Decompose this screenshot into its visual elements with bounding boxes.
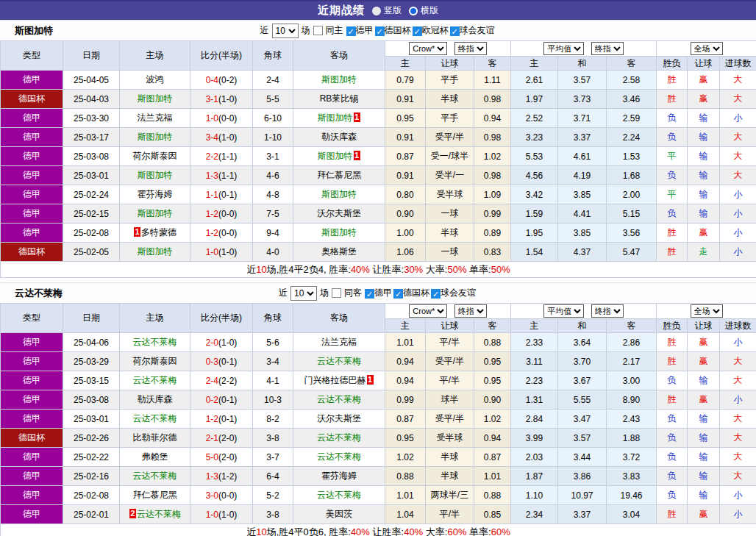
league-checkbox[interactable]: ✓: [365, 289, 374, 299]
recent-count-select[interactable]: 10: [290, 286, 317, 301]
result-handicap: 走: [688, 243, 720, 262]
match-row: 德甲25-02-24霍芬海姆1-1(0-1)4-8斯图加特0.80受半球1.09…: [1, 185, 756, 204]
league-checkbox[interactable]: ✓: [346, 26, 356, 36]
euro-draw-odds: 3.73: [558, 90, 607, 109]
euro-away-odds: 3.04: [607, 505, 657, 524]
team-label: 美因茨: [326, 509, 352, 519]
summary-stat-value: 40%: [351, 526, 370, 536]
result-goals: 小: [720, 390, 756, 410]
euro-company-select[interactable]: 平均值: [543, 42, 584, 55]
team-label: 法兰克福: [321, 337, 357, 347]
euro-draw-odds: 3.57: [558, 429, 607, 448]
matches-body: 德甲25-04-05波鸿0-4(0-2)2-4斯图加特0.79平手1.112.6…: [1, 71, 756, 262]
result-wdl: 负: [657, 166, 688, 185]
league-checkbox[interactable]: ✓: [375, 26, 385, 36]
score-cell: 1-2(0-0): [190, 224, 253, 243]
euro-draw-odds: 4.19: [558, 166, 607, 185]
scope-select[interactable]: 全场: [691, 304, 723, 318]
away-team-cell: 云达不莱梅: [293, 390, 385, 410]
league-cell: 德甲: [1, 467, 63, 486]
euro-home-odds: 3.99: [511, 429, 558, 448]
away-team-cell: 霍芬海姆: [293, 467, 385, 486]
fulltime-score: 0-3: [206, 357, 218, 367]
asian-time-select[interactable]: 终指: [454, 304, 487, 318]
summary-stat-value: 40%: [351, 264, 370, 275]
same-venue-label: 同主: [326, 24, 343, 37]
result-wdl: 胜: [657, 505, 688, 524]
euro-home-odds: 1.31: [511, 390, 558, 410]
match-row: 德甲25-04-06云达不莱梅2-0(1-0)5-6法兰克福1.01平/半0.8…: [1, 333, 756, 352]
euro-time-select[interactable]: 终指: [591, 304, 624, 318]
asian-away-odds: 0.85: [474, 505, 511, 524]
asian-home-odds: 0.87: [385, 410, 426, 429]
same-venue-checkbox[interactable]: [313, 26, 323, 35]
scope-select[interactable]: 全场: [691, 42, 723, 55]
col-euro-away: 客: [607, 319, 657, 333]
asian-handicap: 平/半: [426, 505, 474, 524]
match-row: 德甲25-03-08勒沃库森0-2(0-1)10-3云达不莱梅0.99球半0.9…: [1, 390, 756, 410]
asian-company-select[interactable]: Crow*: [409, 304, 447, 318]
result-handicap: 输: [688, 147, 720, 166]
red-card-badge: 1: [367, 375, 374, 385]
asian-handicap: 半球: [426, 448, 474, 467]
layout-option-vertical[interactable]: 竖版: [372, 4, 402, 17]
league-checkbox[interactable]: ✓: [431, 289, 441, 299]
asian-handicap: 一球: [426, 204, 474, 224]
corner-cell: 4-6: [253, 166, 293, 185]
result-handicap: 赢: [688, 71, 720, 90]
asian-time-select[interactable]: 终指: [454, 42, 487, 55]
col-type: 类型: [1, 304, 63, 333]
corner-cell: 3-7: [253, 448, 293, 467]
date-cell: 25-03-30: [63, 109, 120, 128]
result-handicap: 输: [688, 166, 720, 185]
result-goals: 大: [720, 90, 756, 109]
euro-away-odds: 3.72: [607, 448, 657, 467]
result-wdl: 负: [657, 204, 688, 224]
euro-home-odds: 1.97: [511, 90, 558, 109]
result-wdl: 胜: [657, 243, 688, 262]
date-cell: 25-03-08: [63, 390, 120, 410]
asian-home-odds: 0.99: [385, 390, 426, 410]
recent-count-select[interactable]: 10: [272, 24, 299, 38]
league-checkbox[interactable]: ✓: [413, 26, 422, 36]
away-team-cell: 云达不莱梅: [293, 448, 385, 467]
asian-company-select[interactable]: Crow*: [409, 42, 447, 55]
league-checkbox[interactable]: ✓: [393, 289, 403, 299]
radio-horizontal-icon[interactable]: [409, 7, 418, 15]
euro-time-select[interactable]: 终指: [591, 42, 624, 55]
summary-text-part: 让胜率:: [370, 526, 404, 536]
asian-away-odds: 0.98: [474, 90, 511, 109]
match-row: 德甲25-03-30法兰克福1-0(0-0)6-10斯图加特10.95平手0.9…: [1, 109, 756, 128]
result-wdl: 负: [657, 109, 688, 128]
result-goals: 小: [720, 505, 756, 524]
fulltime-score: 5-0: [206, 452, 218, 462]
date-cell: 25-02-08: [63, 486, 120, 505]
date-cell: 25-03-01: [63, 410, 120, 429]
euro-home-odds: 1.95: [511, 224, 558, 243]
league-filters: ✓德甲✓德国杯✓球会友谊: [365, 287, 477, 299]
match-row: 德国杯25-02-26比勒菲尔德2-1(2-0)3-8云达不莱梅0.95受半球0…: [1, 429, 756, 448]
league-cell: 德甲: [1, 128, 63, 147]
asian-handicap: 半球: [426, 224, 474, 243]
summary-text: 近10场,胜4平2负4, 胜率:40% 让胜率:30% 大率:50% 单率:50…: [246, 264, 510, 275]
match-row: 德甲25-02-08拜仁慕尼黑3-0(0-0)5-2云达不莱梅1.01两球半/三…: [1, 486, 756, 505]
col-date: 日期: [63, 304, 120, 333]
col-asian-home: 主: [385, 57, 426, 71]
same-venue-checkbox[interactable]: [332, 288, 341, 298]
euro-away-odds: 2.59: [607, 109, 657, 128]
team-label: 云达不莱梅: [317, 394, 361, 404]
radio-vertical-icon[interactable]: [372, 7, 381, 15]
fulltime-score: 1-0: [206, 113, 218, 124]
euro-draw-odds: 3.70: [558, 352, 607, 371]
halftime-score: (2-0): [218, 433, 237, 443]
corner-cell: 5-2: [253, 486, 293, 505]
summary-text-part: 大率:: [423, 526, 447, 536]
date-cell: 25-03-17: [63, 128, 120, 147]
fulltime-score: 1-2: [206, 414, 218, 424]
layout-option-horizontal[interactable]: 横版: [409, 4, 438, 17]
home-team-cell: 云达不莱梅: [120, 371, 190, 390]
corner-cell: 2-4: [253, 71, 293, 90]
league-checkbox[interactable]: ✓: [450, 26, 460, 36]
euro-company-select[interactable]: 平均值: [543, 304, 584, 318]
scope-controls: 全场: [657, 41, 756, 57]
